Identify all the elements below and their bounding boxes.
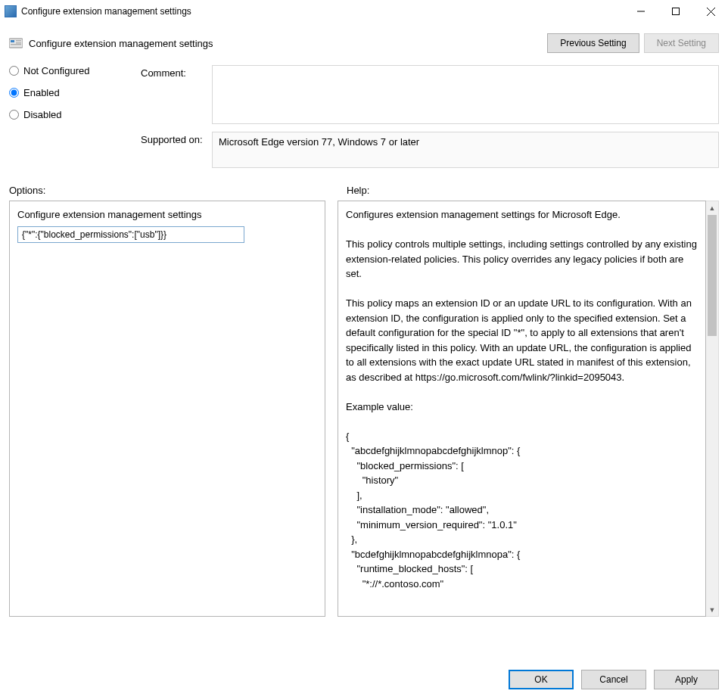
svg-rect-6 xyxy=(16,40,21,42)
footer: OK Cancel Apply xyxy=(0,662,728,700)
radio-enabled-label: Enabled xyxy=(23,87,60,98)
titlebar: Configure extension management settings xyxy=(0,0,728,23)
apply-button[interactable]: Apply xyxy=(654,670,719,689)
ok-button[interactable]: OK xyxy=(509,670,574,689)
policy-icon xyxy=(9,37,23,49)
options-panel: Configure extension management settings xyxy=(9,201,325,617)
radio-not-configured-label: Not Configured xyxy=(23,65,89,76)
options-help-labels: Options: Help: xyxy=(0,168,728,201)
comment-field[interactable] xyxy=(212,65,719,124)
maximize-button[interactable] xyxy=(658,0,693,23)
radio-not-configured-input[interactable] xyxy=(9,66,19,76)
svg-rect-5 xyxy=(11,40,14,42)
cancel-button[interactable]: Cancel xyxy=(581,670,646,689)
radio-disabled-label: Disabled xyxy=(23,109,62,120)
supported-on-field: Microsoft Edge version 77, Windows 7 or … xyxy=(212,132,719,168)
help-label: Help: xyxy=(347,185,719,196)
svg-rect-1 xyxy=(673,8,680,15)
options-help-row: Configure extension management settings … xyxy=(0,201,728,617)
svg-rect-7 xyxy=(16,42,21,44)
supported-on-label: Supported on: xyxy=(141,132,209,145)
next-setting-button: Next Setting xyxy=(644,33,719,53)
window-title: Configure extension management settings xyxy=(21,6,191,17)
header-row: Configure extension management settings … xyxy=(0,23,728,65)
minimize-button[interactable] xyxy=(624,0,658,23)
scroll-thumb[interactable] xyxy=(708,215,717,336)
previous-setting-button[interactable]: Previous Setting xyxy=(547,33,639,53)
radio-enabled-input[interactable] xyxy=(9,88,19,98)
page-title: Configure extension management settings xyxy=(29,38,213,49)
scroll-up-icon[interactable]: ▲ xyxy=(706,201,718,214)
state-radio-group: Not Configured Enabled Disabled xyxy=(9,65,138,123)
options-label: Options: xyxy=(9,185,325,196)
scroll-down-icon[interactable]: ▼ xyxy=(706,603,718,616)
radio-disabled[interactable]: Disabled xyxy=(9,109,138,120)
radio-enabled[interactable]: Enabled xyxy=(9,87,138,98)
close-button[interactable] xyxy=(693,0,728,23)
comment-label: Comment: xyxy=(141,65,209,79)
settings-area: Not Configured Enabled Disabled Comment:… xyxy=(0,65,728,168)
app-icon xyxy=(5,5,17,17)
options-input[interactable] xyxy=(17,226,244,243)
options-title: Configure extension management settings xyxy=(17,209,317,220)
radio-not-configured[interactable]: Not Configured xyxy=(9,65,138,76)
help-panel: Configures extension management settings… xyxy=(338,201,706,617)
help-scrollbar[interactable]: ▲ ▼ xyxy=(706,201,719,617)
svg-rect-8 xyxy=(11,44,21,45)
help-wrap: Configures extension management settings… xyxy=(338,201,719,617)
radio-disabled-input[interactable] xyxy=(9,110,19,120)
